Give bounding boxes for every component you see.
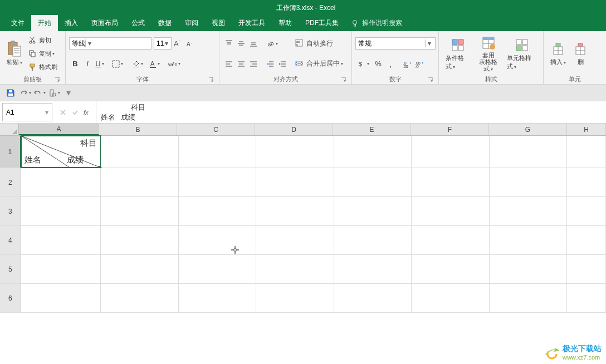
align-middle-button[interactable] <box>235 37 247 50</box>
name-box[interactable]: A1▾ <box>2 103 52 121</box>
row-header-3[interactable]: 3 <box>0 197 21 225</box>
cell-H1[interactable] <box>567 136 606 168</box>
accounting-format-button[interactable]: $▾ <box>355 58 372 70</box>
insert-cells-button[interactable]: 插入▾ <box>547 33 569 74</box>
cell-G5[interactable] <box>490 255 567 283</box>
cell-G3[interactable] <box>490 197 567 225</box>
cell-C1[interactable] <box>179 136 256 168</box>
border-button[interactable]: ▾ <box>109 58 126 70</box>
dialog-launcher-icon[interactable] <box>54 76 61 83</box>
cell-D3[interactable] <box>256 197 334 225</box>
decrease-decimal-button[interactable]: .00.0 <box>413 58 426 70</box>
copy-button[interactable]: 复制▾ <box>26 47 60 60</box>
row-header-2[interactable]: 2 <box>0 168 21 196</box>
bold-button[interactable]: B <box>69 58 81 70</box>
align-left-button[interactable] <box>223 58 235 70</box>
tab-view[interactable]: 视图 <box>205 15 232 31</box>
cell-D1[interactable] <box>256 136 334 168</box>
cell-styles-button[interactable]: 单元格样式▾ <box>504 33 540 74</box>
row-header-4[interactable]: 4 <box>0 226 21 254</box>
cell-C5[interactable] <box>179 255 256 283</box>
column-header-H[interactable]: H <box>567 124 606 135</box>
cell-A5[interactable] <box>21 255 101 283</box>
cell-E2[interactable] <box>334 168 412 196</box>
merge-center-button[interactable]: 合并后居中▾ <box>292 58 346 70</box>
cell-G2[interactable] <box>490 168 567 196</box>
dialog-launcher-icon[interactable] <box>340 76 347 83</box>
cell-G4[interactable] <box>490 226 567 254</box>
tab-pdf-tools[interactable]: PDF工具集 <box>299 15 345 31</box>
redo-button[interactable]: ▾ <box>18 87 32 99</box>
cell-E4[interactable] <box>334 226 412 254</box>
cell-D2[interactable] <box>256 168 334 196</box>
cell-G1[interactable] <box>490 136 567 168</box>
tab-insert[interactable]: 插入 <box>58 15 85 31</box>
cell-A6[interactable] <box>21 284 101 312</box>
column-header-A[interactable]: A <box>19 124 99 135</box>
cell-D4[interactable] <box>256 226 334 254</box>
cell-E3[interactable] <box>334 197 412 225</box>
tab-home[interactable]: 开始 <box>31 15 58 31</box>
orientation-button[interactable]: ab▾ <box>264 37 281 50</box>
tab-formulas[interactable]: 公式 <box>125 15 152 31</box>
cell-F5[interactable] <box>412 255 489 283</box>
conditional-format-button[interactable]: 条件格式▾ <box>442 33 473 74</box>
save-button[interactable] <box>3 87 18 99</box>
cell-H3[interactable] <box>567 197 606 225</box>
tab-page-layout[interactable]: 页面布局 <box>85 15 125 31</box>
decrease-indent-button[interactable] <box>264 58 276 70</box>
cell-A1[interactable]: 科目姓名成绩 <box>21 136 101 168</box>
formula-content[interactable]: 科目 姓名成绩 <box>96 101 606 123</box>
number-format-combo[interactable]: 常规▾ <box>355 37 436 50</box>
cell-H5[interactable] <box>567 255 606 283</box>
column-header-E[interactable]: E <box>333 124 411 135</box>
cell-B5[interactable] <box>101 255 178 283</box>
dialog-launcher-icon[interactable] <box>427 76 434 83</box>
qat-customize-button[interactable]: ▾ <box>61 87 76 99</box>
format-as-table-button[interactable]: 套用 表格格式▾ <box>473 33 504 74</box>
cell-F2[interactable] <box>412 168 489 196</box>
cell-A4[interactable] <box>21 226 101 254</box>
fill-color-button[interactable]: ▾ <box>129 58 146 70</box>
tab-data[interactable]: 数据 <box>152 15 178 31</box>
paste-button[interactable]: 粘贴▾ <box>3 33 26 74</box>
increase-font-button[interactable]: Aˆ <box>172 37 184 50</box>
align-bottom-button[interactable] <box>247 37 260 50</box>
cell-A3[interactable] <box>21 197 101 225</box>
comma-button[interactable]: , <box>384 58 397 70</box>
tab-file[interactable]: 文件 <box>4 15 31 31</box>
row-header-5[interactable]: 5 <box>0 255 21 283</box>
cell-A2[interactable] <box>21 168 101 196</box>
cell-H4[interactable] <box>567 226 606 254</box>
delete-cells-button[interactable]: 删 <box>569 33 592 74</box>
cell-B3[interactable] <box>101 197 178 225</box>
increase-indent-button[interactable] <box>276 58 289 70</box>
row-header-6[interactable]: 6 <box>0 284 21 312</box>
align-center-button[interactable] <box>235 58 247 70</box>
cell-E6[interactable] <box>334 284 412 312</box>
cell-G6[interactable] <box>490 284 567 312</box>
cell-F1[interactable] <box>412 136 489 168</box>
touch-mode-button[interactable]: ▾ <box>47 87 61 99</box>
cell-H6[interactable] <box>567 284 606 312</box>
cell-C4[interactable] <box>179 226 256 254</box>
font-color-button[interactable]: A▾ <box>146 58 163 70</box>
undo-button[interactable]: ▾ <box>32 87 47 99</box>
italic-button[interactable]: I <box>81 58 94 70</box>
cell-F6[interactable] <box>412 284 489 312</box>
tab-developer[interactable]: 开发工具 <box>232 15 272 31</box>
cell-H2[interactable] <box>567 168 606 196</box>
align-right-button[interactable] <box>247 58 260 70</box>
cut-button[interactable]: 剪切 <box>26 34 60 46</box>
cell-B2[interactable] <box>101 168 178 196</box>
dialog-launcher-icon[interactable] <box>208 76 214 83</box>
cell-E5[interactable] <box>334 255 412 283</box>
font-size-combo[interactable]: 11▾ <box>154 37 172 50</box>
wrap-text-button[interactable]: abc自动换行 <box>292 37 346 50</box>
format-painter-button[interactable]: 格式刷 <box>26 61 60 73</box>
cancel-edit-button[interactable] <box>57 106 69 119</box>
tab-help[interactable]: 帮助 <box>272 15 299 31</box>
confirm-edit-button[interactable] <box>69 106 81 119</box>
cell-B4[interactable] <box>101 226 178 254</box>
cell-C3[interactable] <box>179 197 256 225</box>
